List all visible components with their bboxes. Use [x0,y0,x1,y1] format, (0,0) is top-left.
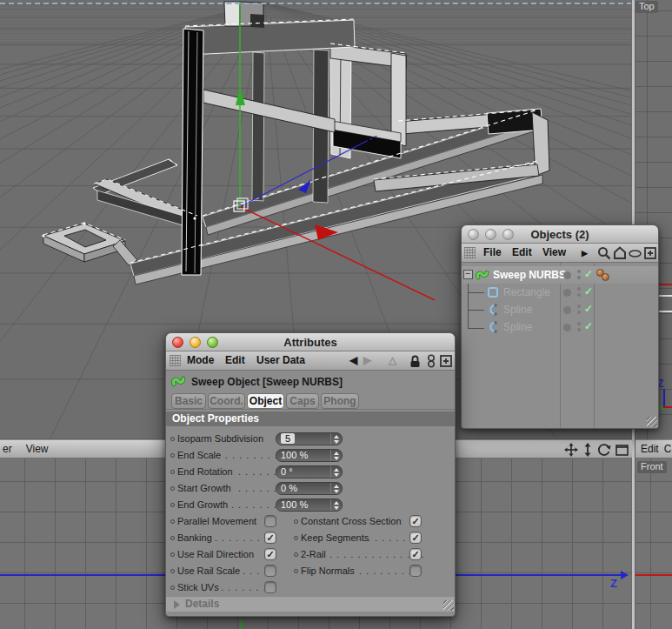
flip-normals-checkbox[interactable]: ✓ [409,565,422,577]
stepper-control[interactable] [330,450,341,461]
home-icon[interactable] [613,246,627,260]
minimize-button[interactable] [485,229,496,240]
editor-visibility-dot[interactable] [563,289,571,297]
menu-view[interactable]: View [542,246,566,258]
link-rings-icon[interactable] [427,354,436,368]
keyframe-dot[interactable] [170,536,175,540]
zoom-button[interactable] [207,337,218,348]
close-button[interactable] [468,229,479,240]
object-name[interactable]: Sweep NURBS [493,269,566,281]
render-visibility-dot[interactable] [577,287,581,291]
history-back-icon[interactable]: ◀ [349,354,357,366]
tab-phong[interactable]: Phong [321,393,359,409]
attributes-titlebar[interactable]: Attributes [166,333,455,351]
tab-caps[interactable]: Caps [286,393,319,409]
search-icon[interactable] [597,246,611,260]
start-growth-input[interactable]: 0 % [276,482,343,495]
keyframe-dot[interactable] [294,552,298,557]
render-visibility-dot[interactable] [577,328,581,331]
zoom-button[interactable] [502,229,514,240]
object-name[interactable]: Spline [503,304,532,316]
add-panel-icon[interactable] [644,247,656,259]
move-view-icon[interactable] [564,443,578,457]
two-rail-checkbox[interactable]: ✓ [409,548,422,560]
resize-grip[interactable] [647,417,657,427]
enable-check-icon[interactable]: ✓ [584,303,593,315]
minimize-button[interactable] [190,337,201,348]
parent-up-icon[interactable]: △ [389,354,396,366]
add-panel-icon[interactable] [440,355,452,367]
editor-visibility-dot[interactable] [563,324,571,331]
render-visibility-dot[interactable] [577,276,581,279]
tree-row-spline[interactable]: Spline ✓ [462,318,658,336]
menu-item-edit[interactable]: Edit [635,443,664,455]
enable-check-icon[interactable]: ✓ [584,320,593,332]
constant-cross-section-checkbox[interactable]: ✓ [409,515,422,527]
stepper-control[interactable] [330,433,341,445]
editor-visibility-dot[interactable] [563,306,571,314]
render-visibility-dot[interactable] [577,293,581,297]
keyframe-dot[interactable] [294,536,298,540]
keyframe-dot[interactable] [170,569,175,573]
objects-titlebar[interactable]: Objects (2) [462,225,658,244]
render-visibility-dot[interactable] [577,311,581,314]
menu-overflow-arrow-icon[interactable]: ▶ [582,249,588,258]
resize-grip[interactable] [443,600,454,611]
keyframe-dot[interactable] [170,486,175,491]
isoparm-subdivision-input[interactable]: 5 [276,432,343,445]
stepper-control[interactable] [330,466,341,478]
editor-visibility-dot[interactable] [563,271,571,279]
menu-item-view[interactable]: View [17,443,57,455]
keyframe-dot[interactable] [170,586,175,590]
use-rail-scale-checkbox[interactable]: ✓ [264,565,276,577]
end-growth-input[interactable]: 100 % [276,499,343,512]
menu-edit[interactable]: Edit [225,354,245,366]
stepper-control[interactable] [330,483,341,494]
banking-checkbox[interactable]: ✓ [264,532,276,544]
tab-coord[interactable]: Coord. [208,393,245,409]
maximize-view-icon[interactable] [615,445,629,456]
render-visibility-dot[interactable] [577,322,581,325]
viewport-front[interactable] [635,458,672,629]
tree-row-spline[interactable]: Spline ✓ [462,301,658,318]
object-tree[interactable]: − Sweep NURBS ✓ Rectangle [462,263,658,428]
render-visibility-dot[interactable] [577,304,581,308]
enable-check-icon[interactable]: ✓ [584,268,593,280]
keyframe-dot[interactable] [170,470,175,474]
keyframe-dot[interactable] [170,437,175,441]
object-name[interactable]: Spline [503,321,532,333]
render-visibility-dot[interactable] [577,270,581,273]
keyframe-dot[interactable] [170,552,175,557]
menu-mode[interactable]: Mode [187,354,214,366]
use-rail-direction-checkbox[interactable]: ✓ [264,548,276,560]
menu-user-data[interactable]: User Data [256,354,305,366]
tree-row-sweep-nurbs[interactable]: − Sweep NURBS ✓ [462,266,658,284]
keyframe-dot[interactable] [294,519,298,524]
keyframe-dot[interactable] [170,453,175,458]
eye-icon[interactable] [629,250,642,258]
menu-edit[interactable]: Edit [512,246,532,258]
end-rotation-input[interactable]: 0 ° [276,465,343,478]
keep-segments-checkbox[interactable]: ✓ [409,532,422,544]
tree-row-rectangle[interactable]: Rectangle ✓ [462,284,658,301]
menu-file[interactable]: File [483,246,502,258]
rotate-view-icon[interactable] [597,443,611,457]
parallel-movement-checkbox[interactable]: ✓ [264,515,276,527]
tab-basic[interactable]: Basic [171,393,206,409]
menu-item-clipped[interactable]: er [0,443,17,455]
enable-check-icon[interactable]: ✓ [584,285,593,298]
drag-grip-icon[interactable] [170,355,181,366]
collapse-toggle[interactable]: − [463,270,473,279]
menu-item-clipped[interactable]: C [664,443,672,455]
texture-tag-icon[interactable] [602,273,609,281]
tab-object[interactable]: Object [247,393,284,409]
stepper-control[interactable] [330,499,341,511]
stick-uvs-checkbox[interactable]: ✓ [264,581,276,593]
history-forward-icon[interactable]: ▶ [363,354,371,366]
drag-grip-icon[interactable] [464,247,476,258]
keyframe-dot[interactable] [170,503,175,507]
close-button[interactable] [172,337,183,348]
keyframe-dot[interactable] [170,519,175,524]
object-name[interactable]: Rectangle [503,286,550,298]
end-scale-input[interactable]: 100 % [276,449,343,462]
